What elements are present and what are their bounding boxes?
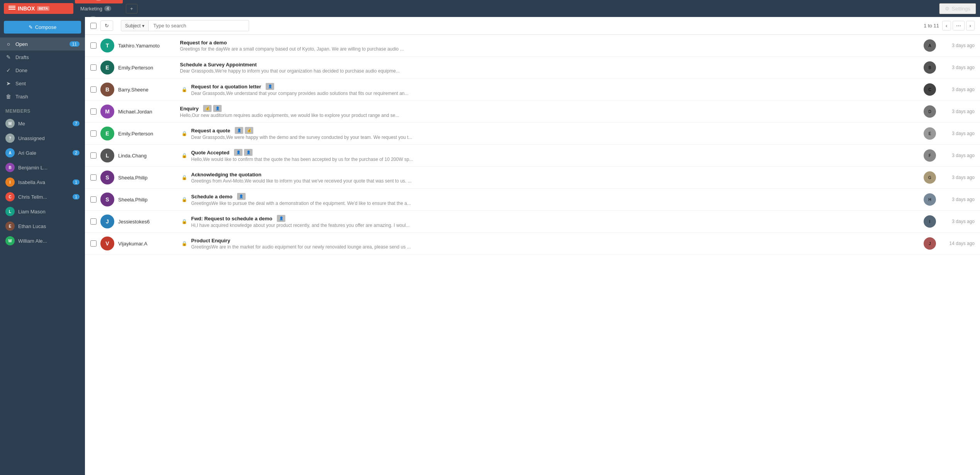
assignee-avatar: J <box>924 237 936 250</box>
compose-icon: ✎ <box>29 24 33 30</box>
assignee-avatar: G <box>924 171 936 184</box>
menu-icon <box>8 6 15 11</box>
member-item-unassigned[interactable]: ?Unassigned <box>0 131 85 145</box>
email-time: 3 days ago <box>940 131 975 136</box>
email-tag-icons: 👤 <box>266 83 274 90</box>
member-item-isabella-ava[interactable]: IIsabella Ava1 <box>0 175 85 189</box>
email-row[interactable]: V Vijaykumar.A 🔒 Product Enquiry Greetin… <box>85 233 980 255</box>
member-item-ari-gale[interactable]: AAri Gale2 <box>0 145 85 160</box>
next-page-button[interactable]: › <box>966 21 975 30</box>
email-row[interactable]: M Michael.Jordan Enquiry 💰👤 Hello,Our ne… <box>85 101 980 123</box>
member-item-ethan-lucas[interactable]: EEthan Lucas <box>0 219 85 233</box>
sender-avatar: T <box>100 39 114 52</box>
email-checkbox[interactable] <box>90 218 97 225</box>
sidebar-item-done[interactable]: ✓Done <box>0 64 85 77</box>
email-time: 3 days ago <box>940 219 975 224</box>
tab-badge: 4 <box>104 6 111 11</box>
email-list: T Takhiro.Yamamoto Request for a demo Gr… <box>85 35 980 475</box>
member-item-william-ale[interactable]: WWilliam Ale... <box>0 233 85 248</box>
email-row[interactable]: B Barry.Sheene 🔒 Request for a quotation… <box>85 79 980 101</box>
main-content: ↻ Subject ▾ 1 to 11 ‹ ⋯ › T Takhi <box>85 17 980 475</box>
settings-button[interactable]: ⚙ Settings <box>939 3 976 14</box>
members-list: MMe7?UnassignedAAri Gale2BBenjamin L...I… <box>0 116 85 248</box>
lock-icon: 🔒 <box>181 197 187 202</box>
chevron-down-icon: ▾ <box>142 23 144 29</box>
assignee-avatar: D <box>924 105 936 118</box>
email-row[interactable]: T Takhiro.Yamamoto Request for a demo Gr… <box>85 35 980 57</box>
member-name: Isabella Ava <box>18 179 69 185</box>
lock-icon: 🔒 <box>181 219 187 224</box>
app-logo: INBOX BETA <box>4 3 73 14</box>
subject-filter-select[interactable]: Subject ▾ <box>121 20 149 31</box>
email-checkbox[interactable] <box>90 196 97 203</box>
compose-button[interactable]: ✎ Compose <box>4 21 81 34</box>
sidebar-item-open[interactable]: ○Open11 <box>0 37 85 51</box>
tag-icon: 💰 <box>203 105 212 112</box>
email-content: Request for a quotation letter 👤 Dear Gr… <box>191 83 920 96</box>
email-preview: Dear Grasspods,We understand that your c… <box>191 91 920 96</box>
email-content: Fwd: Request to schedule a demo 👤 Hi,I h… <box>191 215 920 228</box>
email-row[interactable]: S Sheela.Philip 🔒 Schedule a demo 👤 Gree… <box>85 189 980 211</box>
tab-label: Sales <box>80 0 93 1</box>
email-time: 3 days ago <box>940 153 975 158</box>
sidebar-label: Open <box>15 41 66 47</box>
member-item-me[interactable]: MMe7 <box>0 116 85 131</box>
email-subject: Request for a quotation letter 👤 <box>191 83 920 90</box>
email-subject: Fwd: Request to schedule a demo 👤 <box>191 215 920 222</box>
email-row[interactable]: S Sheela.Philip 🔒 Acknowledging the quot… <box>85 167 980 189</box>
email-preview: Dear Grasspods,We're happy to inform you… <box>180 68 920 74</box>
email-content: Request a quote 👤💰 Dear Grasspods,We wer… <box>191 127 920 140</box>
email-time: 3 days ago <box>940 43 975 48</box>
email-checkbox[interactable] <box>90 240 97 247</box>
member-badge: 1 <box>73 179 80 185</box>
prev-page-button[interactable]: ‹ <box>942 21 951 30</box>
email-row[interactable]: E Emily.Perterson 🔒 Request a quote 👤💰 D… <box>85 123 980 145</box>
email-row[interactable]: J Jessiestokes6 🔒 Fwd: Request to schedu… <box>85 211 980 233</box>
email-tag-icons: 💰👤 <box>203 105 222 112</box>
lock-icon: 🔒 <box>181 241 187 246</box>
nav-tab-sales[interactable]: Sales8 <box>75 0 123 3</box>
tag-icon: 👤 <box>234 149 242 156</box>
sender-avatar: E <box>100 127 114 140</box>
email-time: 3 days ago <box>940 65 975 70</box>
email-time: 3 days ago <box>940 175 975 180</box>
tab-label: Marketing <box>80 6 102 12</box>
email-row[interactable]: L Linda.Chang 🔒 Quote Accepted 👤👤 Hello,… <box>85 145 980 167</box>
email-checkbox[interactable] <box>90 174 97 181</box>
member-avatar: M <box>5 119 15 128</box>
assignee-avatar: E <box>924 127 936 140</box>
tag-icon: 👤 <box>266 83 274 90</box>
email-content: Schedule a Survey Appointment Dear Grass… <box>180 62 920 74</box>
member-item-benjamin-l[interactable]: BBenjamin L... <box>0 160 85 175</box>
sidebar-item-drafts[interactable]: ✎Drafts <box>0 51 85 64</box>
top-navigation: INBOX BETA My Mailbox5Sales8Marketing4HR… <box>0 0 980 17</box>
email-subject: Schedule a Survey Appointment <box>180 62 920 68</box>
more-options-button[interactable]: ⋯ <box>953 21 965 30</box>
sidebar-item-sent[interactable]: ➤Sent <box>0 77 85 90</box>
nav-tab-marketing[interactable]: Marketing4 <box>75 3 123 14</box>
email-checkbox[interactable] <box>90 130 97 137</box>
email-tag-icons: 👤 <box>237 193 246 200</box>
email-checkbox[interactable] <box>90 152 97 159</box>
member-name: Unassigned <box>18 135 80 141</box>
email-subject: Product Enquiry <box>191 238 920 243</box>
email-checkbox[interactable] <box>90 108 97 115</box>
email-content: Quote Accepted 👤👤 Hello,We would like to… <box>191 149 920 162</box>
email-subject: Acknowledging the quotation <box>191 172 920 177</box>
sidebar-item-trash[interactable]: 🗑Trash <box>0 90 85 103</box>
email-checkbox[interactable] <box>90 64 97 71</box>
refresh-button[interactable]: ↻ <box>100 20 113 31</box>
email-time: 3 days ago <box>940 109 975 114</box>
select-all-checkbox[interactable] <box>90 23 97 29</box>
email-checkbox[interactable] <box>90 86 97 93</box>
member-item-liam-mason[interactable]: LLiam Mason <box>0 204 85 219</box>
sender-avatar: M <box>100 105 114 118</box>
email-checkbox[interactable] <box>90 42 97 49</box>
search-input[interactable] <box>149 20 249 31</box>
sender-avatar: B <box>100 83 114 96</box>
sidebar-badge: 11 <box>70 41 80 47</box>
member-item-chris-tellm[interactable]: CChris Tellm...1 <box>0 189 85 204</box>
add-tab-button[interactable]: + <box>126 4 137 14</box>
email-subject: Quote Accepted 👤👤 <box>191 149 920 156</box>
email-row[interactable]: E Emily.Perterson Schedule a Survey Appo… <box>85 57 980 79</box>
